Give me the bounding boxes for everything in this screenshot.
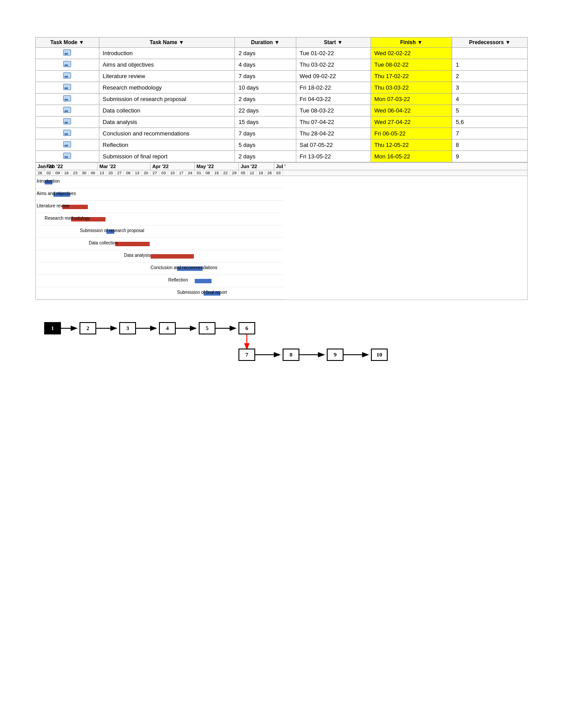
task-pred-cell: 3: [452, 82, 528, 94]
task-finish-cell: Mon 07-03-22: [370, 94, 452, 105]
task-duration-cell: 5 days: [235, 139, 296, 151]
task-duration-cell: 2 days: [235, 151, 296, 162]
gantt-chart-visual: Jan '22Feb '22Mar '22Apr '22May '22Jun '…: [35, 162, 528, 300]
task-pred-cell: 2: [452, 71, 528, 82]
gantt-task-label: Submission of final report: [177, 290, 227, 295]
task-pred-cell: [452, 48, 528, 59]
task-start-cell: Fri 04-03-22: [296, 94, 370, 105]
gantt-task-row: Data collection: [36, 238, 283, 250]
cpm-arrows-svg: [35, 313, 528, 371]
gantt-date-cell: 09: [53, 170, 62, 176]
task-pred-cell: 5: [452, 105, 528, 116]
task-mode-cell: [36, 82, 99, 94]
gantt-date-cell: 13: [133, 170, 142, 176]
gantt-month-label: Mar '22: [98, 163, 151, 170]
gantt-date-cell: 01: [195, 170, 204, 176]
task-mode-icon: [63, 49, 71, 56]
gantt-date-cell: 03: [274, 170, 283, 176]
gantt-dates-row: 2602091623300613202706132027031017240108…: [36, 170, 527, 176]
task-start-cell: Tue 08-03-22: [296, 105, 370, 116]
task-mode-icon: [63, 84, 71, 90]
gantt-date-cell: 19: [257, 170, 265, 176]
gantt-month-header: Jan '22Feb '22Mar '22Apr '22May '22Jun '…: [36, 163, 527, 170]
gantt-date-cell: 17: [177, 170, 186, 176]
task-mode-icon: [63, 118, 71, 124]
col-duration[interactable]: Duration ▼: [235, 38, 296, 48]
gantt-date-cell: 03: [159, 170, 168, 176]
task-name-cell: Literature review: [99, 71, 235, 82]
task-mode-icon: [63, 107, 71, 113]
table-row: Aims and objectives 4 days Thu 03-02-22 …: [36, 59, 528, 71]
table-row: Reflection 5 days Sat 07-05-22 Thu 12-05…: [36, 139, 528, 151]
gantt-date-cell: 20: [106, 170, 115, 176]
col-task-mode[interactable]: Task Mode ▼: [36, 38, 99, 48]
table-row: Submission of final report 2 days Fri 13…: [36, 151, 528, 162]
cpm-node: 7: [238, 349, 255, 361]
task-start-cell: Fri 18-02-22: [296, 82, 370, 94]
gantt-date-cell: 12: [248, 170, 257, 176]
gantt-bar: [151, 254, 194, 259]
gantt-task-row: Research methodology: [36, 213, 283, 225]
col-task-name[interactable]: Task Name ▼: [99, 38, 235, 48]
task-finish-cell: Mon 16-05-22: [370, 151, 452, 162]
task-name-cell: Reflection: [99, 139, 235, 151]
gantt-bar: [115, 242, 150, 246]
task-pred-cell: 7: [452, 128, 528, 139]
gantt-month-label: May '22: [195, 163, 239, 170]
task-mode-cell: [36, 139, 99, 151]
cpm-node: 6: [238, 322, 255, 334]
gantt-task-label: Aims and objectives: [37, 191, 76, 196]
gantt-task-label: Data analysis: [124, 253, 151, 258]
cpm-node: 10: [371, 349, 388, 361]
task-pred-cell: 1: [452, 59, 528, 71]
task-name-cell: Submission of research proposal: [99, 94, 235, 105]
table-row: Conclusion and recommendations 7 days Th…: [36, 128, 528, 139]
col-start[interactable]: Start ▼: [296, 38, 370, 48]
gantt-task-row: Submission of final report: [36, 287, 283, 300]
task-mode-icon: [63, 95, 71, 101]
gantt-month-label: Jan '22: [36, 163, 45, 170]
task-pred-cell: 4: [452, 94, 528, 105]
gantt-task-label: Submission of research proposal: [80, 228, 144, 233]
task-name-cell: Data analysis: [99, 116, 235, 128]
task-duration-cell: 7 days: [235, 71, 296, 82]
task-start-cell: Thu 28-04-22: [296, 128, 370, 139]
gantt-task-label: Research methodology: [45, 216, 90, 221]
col-predecessors[interactable]: Predecessors ▼: [452, 38, 528, 48]
gantt-date-cell: 10: [168, 170, 177, 176]
cpm-node: 4: [159, 322, 176, 334]
task-start-cell: Wed 09-02-22: [296, 71, 370, 82]
task-mode-icon: [63, 130, 71, 136]
gantt-month-label: Apr '22: [151, 163, 195, 170]
gantt-date-cell: 26: [265, 170, 274, 176]
gantt-date-cell: 24: [186, 170, 195, 176]
task-finish-cell: Wed 06-04-22: [370, 105, 452, 116]
table-row: Research methodology 10 days Fri 18-02-2…: [36, 82, 528, 94]
col-finish[interactable]: Finish ▼: [370, 38, 452, 48]
cpm-node: 5: [199, 322, 215, 334]
gantt-task-label: Introduction: [37, 179, 60, 184]
table-row: Data collection 22 days Tue 08-03-22 Wed…: [36, 105, 528, 116]
table-row: Literature review 7 days Wed 09-02-22 Th…: [36, 71, 528, 82]
task-mode-cell: [36, 94, 99, 105]
task-mode-cell: [36, 48, 99, 59]
cpm-node: 1: [44, 322, 61, 334]
table-row: Submission of research proposal 2 days F…: [36, 94, 528, 105]
cpm-node: 3: [119, 322, 136, 334]
task-finish-cell: Tue 08-02-22: [370, 59, 452, 71]
gantt-task-row: Submission of research proposal: [36, 225, 283, 238]
gantt-task-row: Conclusion and recommendations: [36, 263, 283, 275]
task-mode-cell: [36, 71, 99, 82]
gantt-task-label: Conclusion and recommendations: [151, 265, 217, 270]
gantt-date-cell: 06: [89, 170, 98, 176]
gantt-task-label: Reflection: [168, 278, 188, 282]
task-finish-cell: Wed 27-04-22: [370, 116, 452, 128]
gantt-date-cell: 16: [62, 170, 71, 176]
task-duration-cell: 15 days: [235, 116, 296, 128]
gantt-tasks-area: Introduction Aims and objectives Literat…: [36, 176, 283, 300]
gantt-month-label: Feb '22: [45, 163, 98, 170]
task-name-cell: Research methodology: [99, 82, 235, 94]
cpm-node: 2: [79, 322, 96, 334]
gantt-bar: [195, 279, 212, 283]
task-start-cell: Thu 07-04-22: [296, 116, 370, 128]
